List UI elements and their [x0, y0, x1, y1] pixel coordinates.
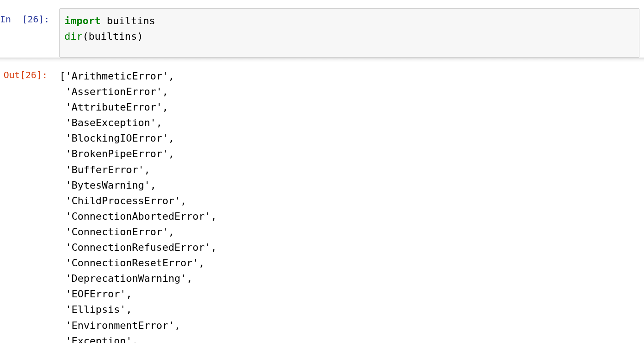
output-cell: Out[26]: ['ArithmeticError', 'AssertionE… — [0, 64, 644, 343]
code-token: ( — [83, 31, 89, 42]
code-token: dir — [64, 31, 83, 42]
input-prompt: In [26]: — [0, 8, 59, 25]
output-text-area: ['ArithmeticError', 'AssertionError', 'A… — [59, 64, 644, 343]
code-token: builtins — [89, 31, 137, 42]
cell-shadow-divider — [0, 58, 644, 62]
input-cell[interactable]: In [26]: import builtins dir(builtins) — [0, 0, 644, 58]
code-token: builtins — [100, 15, 155, 26]
jupyter-cell-view: In [26]: import builtins dir(builtins) O… — [0, 0, 644, 343]
code-token: ) — [137, 31, 143, 42]
code-token: import — [64, 15, 100, 26]
output-prompt: Out[26]: — [0, 64, 59, 80]
code-input-area[interactable]: import builtins dir(builtins) — [59, 8, 639, 58]
